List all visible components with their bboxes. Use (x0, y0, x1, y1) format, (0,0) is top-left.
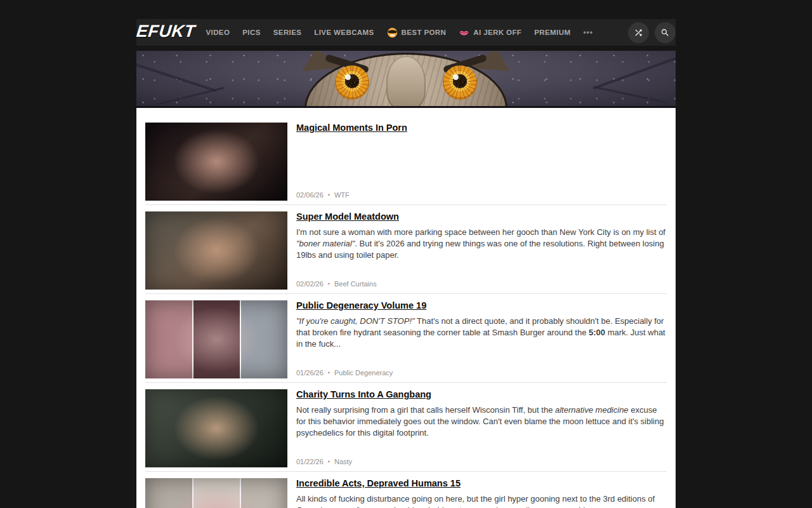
item-body: Charity Turns Into A Gangbang Not really… (296, 389, 667, 467)
video-list-item: Charity Turns Into A Gangbang Not really… (145, 389, 667, 472)
site-header: EFUKT VIDEO PICS SERIES LIVE WEBCAMS BES… (136, 19, 676, 46)
item-date: 02/06/26 (296, 191, 324, 199)
item-date: 01/26/26 (296, 369, 324, 377)
item-body: Super Model Meatdown I'm not sure a woma… (296, 211, 667, 290)
item-date: 01/22/26 (296, 458, 324, 465)
shuffle-icon (634, 28, 643, 37)
video-list-item: Incredible Acts, Depraved Humans 15 All … (145, 478, 667, 508)
item-description: I'm not sure a woman with more parking s… (296, 227, 667, 261)
item-category-link[interactable]: Nasty (334, 458, 352, 465)
item-title-link[interactable]: Magical Moments In Porn (296, 123, 407, 133)
item-description: All kinds of fucking disturbance going o… (296, 493, 667, 508)
owl-eye (335, 65, 369, 100)
item-thumbnail[interactable] (145, 300, 287, 378)
item-description: Not really surprising from a girl that c… (296, 404, 667, 439)
video-list-item: Magical Moments In Porn 02/06/26 • WTF (145, 123, 667, 205)
item-category-link[interactable]: Beef Curtains (334, 280, 377, 288)
nav-item-video[interactable]: VIDEO (206, 29, 230, 36)
video-list: Magical Moments In Porn 02/06/26 • WTF S… (136, 108, 676, 508)
thumbnail-image (145, 300, 287, 378)
porn-dude-face-icon (387, 27, 398, 38)
owl-illustration (285, 51, 527, 108)
nav-item-best-porn[interactable]: BEST PORN (387, 27, 447, 38)
item-meta: 02/06/26 • WTF (296, 191, 667, 201)
item-body: Public Degeneracy Volume 19 "If you're c… (296, 300, 667, 378)
item-thumbnail[interactable] (145, 211, 287, 290)
owl-eye (443, 65, 477, 100)
branch-decoration (594, 86, 669, 104)
nav-item-ai-jerk-off[interactable]: AI JERK OFF (459, 27, 521, 38)
item-description: "If you're caught, DON'T STOP!" That's n… (296, 316, 667, 350)
item-meta: 01/22/26 • Nasty (296, 458, 667, 467)
item-meta: 01/26/26 • Public Degeneracy (296, 369, 667, 378)
item-thumbnail[interactable] (145, 389, 287, 467)
branch-decoration (136, 60, 217, 92)
item-thumbnail[interactable] (145, 478, 287, 508)
branch-decoration (156, 87, 224, 106)
video-list-item: Public Degeneracy Volume 19 "If you're c… (145, 300, 667, 383)
search-icon (660, 28, 670, 37)
nav-item-premium[interactable]: PREMIUM (534, 29, 570, 36)
item-title-link[interactable]: Incredible Acts, Depraved Humans 15 (296, 478, 461, 488)
thumbnail-image (145, 478, 287, 508)
item-meta-separator: • (328, 192, 330, 199)
main-nav: VIDEO PICS SERIES LIVE WEBCAMS BEST PORN (206, 27, 593, 38)
item-meta-separator: • (328, 281, 330, 288)
item-title-link[interactable]: Public Degeneracy Volume 19 (296, 300, 426, 311)
item-meta-separator: • (328, 370, 330, 377)
nav-item-series[interactable]: SERIES (273, 29, 302, 36)
item-title-link[interactable]: Charity Turns Into A Gangbang (296, 389, 431, 399)
owl-forehead-ridge (386, 56, 426, 108)
item-category-link[interactable]: WTF (334, 191, 350, 199)
header-actions (628, 22, 676, 43)
nav-more-menu[interactable]: ••• (583, 28, 593, 37)
item-title-link[interactable]: Super Model Meatdown (296, 211, 399, 222)
thumbnail-image (145, 211, 287, 290)
item-body: Magical Moments In Porn 02/06/26 • WTF (296, 123, 667, 201)
nav-item-live-webcams[interactable]: LIVE WEBCAMS (314, 29, 374, 36)
shuffle-button[interactable] (628, 22, 649, 43)
item-body: Incredible Acts, Depraved Humans 15 All … (296, 478, 667, 508)
search-button[interactable] (655, 22, 676, 43)
thumbnail-image (145, 123, 287, 201)
banner-artwork[interactable] (136, 51, 676, 108)
lips-icon (459, 27, 469, 38)
nav-ai-jerk-off-label: AI JERK OFF (473, 29, 521, 36)
item-meta: 02/02/26 • Beef Curtains (296, 280, 667, 290)
item-thumbnail[interactable] (145, 123, 287, 201)
nav-item-pics[interactable]: PICS (242, 29, 260, 36)
site-logo[interactable]: EFUKT (135, 23, 196, 42)
item-date: 02/02/26 (296, 280, 324, 288)
thumbnail-image (145, 389, 287, 467)
item-category-link[interactable]: Public Degeneracy (334, 369, 393, 377)
nav-best-porn-label: BEST PORN (402, 29, 447, 36)
branch-decoration (593, 53, 676, 90)
video-list-item: Super Model Meatdown I'm not sure a woma… (145, 211, 667, 294)
item-meta-separator: • (328, 458, 330, 465)
